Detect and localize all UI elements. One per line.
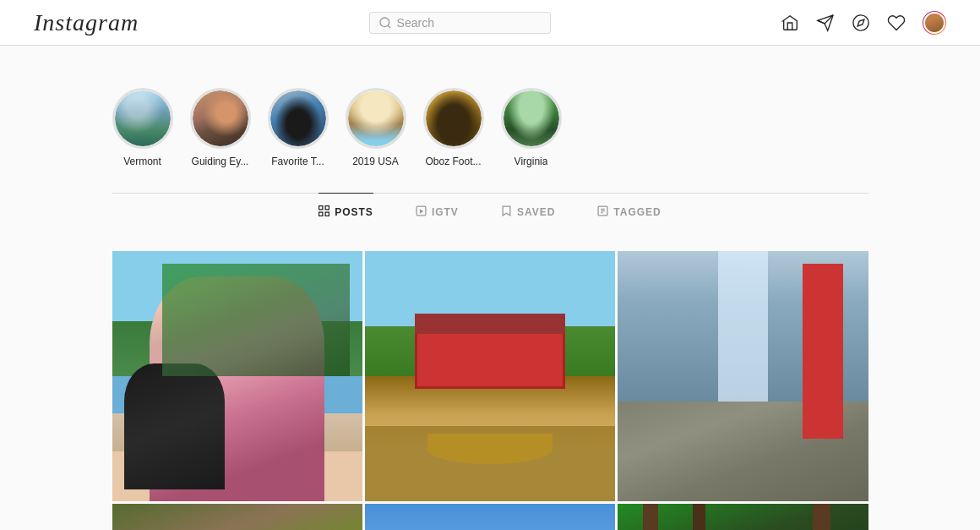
post-item[interactable] xyxy=(618,251,868,501)
story-item[interactable]: Favorite T... xyxy=(268,88,329,167)
story-label: Vermont xyxy=(123,156,161,167)
post-item[interactable] xyxy=(112,251,362,501)
home-icon[interactable] xyxy=(781,14,799,32)
story-label: Guiding Ey... xyxy=(192,156,249,167)
saved-icon xyxy=(501,205,512,219)
send-icon[interactable] xyxy=(816,14,835,32)
tab-tagged-label: TAGGED xyxy=(613,206,661,218)
svg-point-0 xyxy=(380,18,389,27)
tab-posts[interactable]: POSTS xyxy=(318,193,373,231)
story-item[interactable]: Vermont xyxy=(112,88,173,167)
svg-rect-7 xyxy=(319,212,323,216)
header-nav xyxy=(781,11,946,35)
tab-posts-label: POSTS xyxy=(335,206,373,218)
posts-grid-icon xyxy=(318,205,329,219)
tagged-icon xyxy=(597,205,608,219)
instagram-logo: Instagram xyxy=(34,9,139,36)
post-item[interactable] xyxy=(618,504,868,530)
search-container[interactable] xyxy=(369,12,551,34)
profile-avatar[interactable] xyxy=(923,11,946,35)
tab-saved[interactable]: SAVED xyxy=(501,193,555,231)
story-label: Oboz Foot... xyxy=(425,156,481,167)
main-content: Vermont Guiding Ey... Favorite T... 2019… xyxy=(95,46,885,530)
tab-igtv-label: IGTV xyxy=(432,206,459,218)
heart-icon[interactable] xyxy=(887,14,906,32)
post-item[interactable] xyxy=(365,504,615,530)
stories-row: Vermont Guiding Ey... Favorite T... 2019… xyxy=(112,71,868,193)
story-label: Favorite T... xyxy=(271,156,324,167)
post-item[interactable] xyxy=(365,251,615,501)
svg-marker-4 xyxy=(858,19,864,26)
igtv-icon xyxy=(416,205,427,219)
story-label: Virginia xyxy=(514,156,548,167)
story-label: 2019 USA xyxy=(352,156,399,167)
story-item[interactable]: Guiding Ey... xyxy=(190,88,251,167)
search-input[interactable] xyxy=(397,16,542,30)
svg-rect-8 xyxy=(325,212,329,216)
tab-tagged[interactable]: TAGGED xyxy=(597,193,661,231)
post-item[interactable] xyxy=(112,504,362,530)
story-item[interactable]: 2019 USA xyxy=(346,88,406,167)
explore-icon[interactable] xyxy=(852,14,870,32)
tabs-row: POSTS IGTV SAVED xyxy=(112,193,868,231)
tab-igtv[interactable]: IGTV xyxy=(416,193,459,231)
svg-rect-6 xyxy=(325,206,329,210)
story-item[interactable]: Oboz Foot... xyxy=(423,88,484,167)
svg-line-1 xyxy=(388,25,390,28)
tab-saved-label: SAVED xyxy=(517,206,555,218)
posts-grid xyxy=(112,251,868,530)
svg-point-3 xyxy=(853,14,868,30)
header: Instagram xyxy=(0,0,980,46)
story-item[interactable]: Virginia xyxy=(501,88,562,167)
search-icon xyxy=(378,16,392,30)
svg-rect-5 xyxy=(319,206,323,210)
